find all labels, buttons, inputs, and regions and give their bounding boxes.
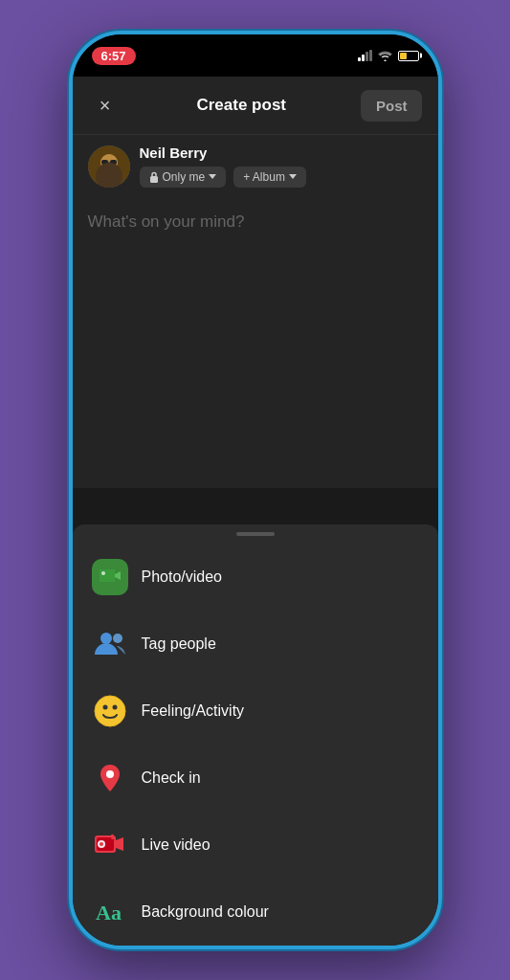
svg-point-11 <box>101 571 105 575</box>
header: × Create post Post <box>73 77 438 135</box>
close-button[interactable]: × <box>88 88 122 122</box>
page-title: Create post <box>196 96 286 115</box>
svg-point-16 <box>112 705 117 710</box>
menu-item-live-video[interactable]: Live video <box>73 812 438 879</box>
menu-item-feeling[interactable]: Feeling/Activity <box>73 678 438 745</box>
svg-text:Aa: Aa <box>96 901 122 924</box>
notch <box>198 34 313 61</box>
svg-rect-9 <box>100 569 115 582</box>
tag-people-icon <box>92 626 128 662</box>
svg-point-12 <box>100 633 112 644</box>
signal-icon <box>358 50 372 61</box>
svg-point-22 <box>100 842 103 846</box>
handle-bar <box>236 532 275 536</box>
user-details: Neil Berry Only me + Album <box>140 145 306 188</box>
feeling-icon <box>92 693 128 729</box>
feeling-label: Feeling/Activity <box>142 702 245 720</box>
privacy-button[interactable]: Only me <box>140 167 227 188</box>
post-placeholder: What's on your mind? <box>88 212 245 231</box>
background-colour-icon: Aa <box>92 894 128 930</box>
menu-item-check-in[interactable]: Check in <box>73 745 438 812</box>
svg-rect-7 <box>150 176 158 183</box>
svg-marker-10 <box>115 571 121 580</box>
privacy-label: Only me <box>163 170 206 184</box>
user-name: Neil Berry <box>140 145 306 161</box>
svg-point-15 <box>102 705 107 710</box>
status-time: 6:57 <box>92 47 136 65</box>
post-input-area[interactable]: What's on your mind? <box>73 201 438 488</box>
status-bar: 6:57 <box>73 34 438 77</box>
menu-item-tag-people[interactable]: Tag people <box>73 611 438 678</box>
album-button[interactable]: + Album <box>233 167 306 188</box>
live-video-icon <box>92 827 128 863</box>
menu-item-background-colour[interactable]: Aa Background colour <box>73 879 438 946</box>
phone-frame: 6:57 × Create post Post <box>69 31 442 949</box>
check-in-label: Check in <box>142 769 201 787</box>
user-actions: Only me + Album <box>140 167 306 188</box>
photo-video-label: Photo/video <box>142 568 223 586</box>
bottom-sheet: Photo/video Tag people <box>73 524 438 946</box>
tag-people-label: Tag people <box>142 635 216 653</box>
svg-point-17 <box>106 770 114 778</box>
user-info: Neil Berry Only me + Album <box>73 135 438 201</box>
battery-icon <box>398 51 419 61</box>
background-colour-label: Background colour <box>142 903 269 921</box>
status-icons <box>358 50 419 61</box>
live-video-label: Live video <box>142 836 211 854</box>
svg-point-13 <box>113 634 122 643</box>
post-button[interactable]: Post <box>361 90 423 122</box>
svg-point-14 <box>95 696 125 726</box>
photo-video-icon <box>92 559 128 595</box>
avatar <box>88 145 130 188</box>
wifi-icon <box>378 50 392 61</box>
sheet-handle <box>73 524 438 544</box>
album-label: + Album <box>243 170 285 184</box>
menu-item-photo-video[interactable]: Photo/video <box>73 544 438 611</box>
svg-marker-20 <box>116 837 123 851</box>
check-in-icon <box>92 760 128 796</box>
